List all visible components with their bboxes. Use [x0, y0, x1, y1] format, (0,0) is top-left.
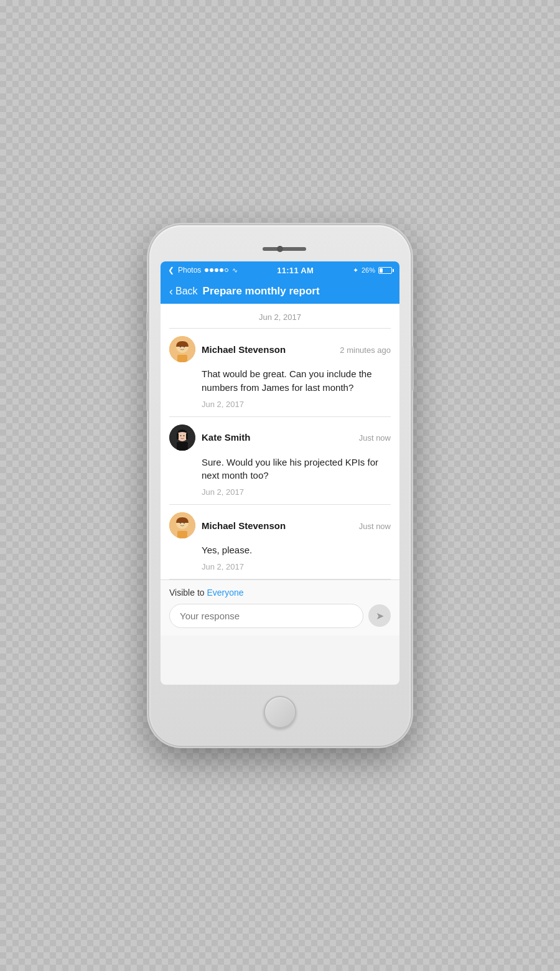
- signal-indicator: [205, 268, 228, 272]
- comment-item-1: Michael Stevenson 2 minutes ago That wou…: [161, 329, 399, 416]
- svg-rect-2: [177, 355, 187, 362]
- commenter-name-3: Michael Stevenson: [202, 520, 286, 531]
- visible-to-text: Visible to Everyone: [169, 588, 391, 598]
- status-right: ✦ 26%: [353, 266, 392, 274]
- send-icon: ➤: [376, 610, 384, 622]
- nav-bar: ‹ Back Prepare monthly report: [161, 279, 399, 304]
- response-input-row: ➤: [169, 604, 391, 628]
- comment-time-2: Just now: [359, 433, 391, 443]
- commenter-name-2: Kate Smith: [202, 432, 250, 443]
- svg-point-15: [180, 522, 181, 523]
- avatar-kate: [169, 425, 195, 451]
- home-button-area: [161, 685, 399, 734]
- comment-item-2: Kate Smith Just now Sure. Would you like…: [161, 417, 399, 505]
- bluetooth-icon: ✦: [353, 266, 358, 274]
- phone-frame: ❮ Photos ∿ 11:11 AM ✦ 26%: [149, 225, 411, 746]
- home-button[interactable]: [264, 696, 296, 728]
- comment-text-1: That would be great. Can you include the…: [202, 367, 391, 395]
- svg-rect-14: [177, 531, 187, 538]
- mute-button[interactable]: [146, 312, 149, 331]
- comment-meta-1: Michael Stevenson 2 minutes ago: [202, 344, 391, 355]
- status-bar: ❮ Photos ∿ 11:11 AM ✦ 26%: [161, 261, 399, 279]
- reply-area: Visible to Everyone ➤: [161, 579, 399, 636]
- svg-point-4: [184, 346, 185, 347]
- comment-body-3: Yes, please. Jun 2, 2017: [169, 543, 391, 571]
- svg-point-10: [180, 434, 181, 436]
- avatar-michael-1: [169, 336, 195, 362]
- commenter-name-1: Michael Stevenson: [202, 344, 286, 355]
- visible-link[interactable]: Everyone: [207, 588, 243, 598]
- earpiece-speaker: [263, 247, 306, 251]
- svg-point-3: [180, 346, 181, 347]
- back-button-label: Back: [175, 286, 198, 297]
- svg-point-16: [184, 522, 185, 523]
- page-title: Prepare monthly report: [203, 285, 391, 298]
- volume-up-button[interactable]: [146, 340, 149, 372]
- send-button[interactable]: ➤: [368, 604, 391, 627]
- comment-date-3: Jun 2, 2017: [202, 562, 391, 571]
- signal-dot-1: [205, 268, 208, 272]
- date-separator-1: Jun 2, 2017: [161, 304, 399, 328]
- comment-time-3: Just now: [359, 522, 391, 531]
- phone-screen: ❮ Photos ∿ 11:11 AM ✦ 26%: [161, 261, 399, 685]
- back-chevron-icon: ❮: [168, 266, 174, 274]
- battery-fill: [380, 268, 383, 273]
- svg-rect-6: [177, 442, 188, 451]
- status-left: ❮ Photos ∿: [168, 266, 238, 274]
- wifi-icon: ∿: [232, 266, 238, 274]
- signal-dot-4: [220, 268, 223, 272]
- comment-header-2: Kate Smith Just now: [169, 425, 391, 451]
- svg-rect-8: [177, 433, 179, 439]
- status-app-name: Photos: [178, 266, 201, 274]
- response-input[interactable]: [169, 604, 363, 628]
- avatar-michael-2: [169, 512, 195, 538]
- comment-text-2: Sure. Would you like his projected KPIs …: [202, 456, 391, 483]
- signal-dot-2: [210, 268, 213, 272]
- comment-header-3: Michael Stevenson Just now: [169, 512, 391, 538]
- comment-time-1: 2 minutes ago: [340, 345, 391, 355]
- comment-body-2: Sure. Would you like his projected KPIs …: [169, 456, 391, 497]
- status-time: 11:11 AM: [277, 266, 314, 275]
- volume-down-button[interactable]: [146, 380, 149, 411]
- front-camera: [277, 246, 283, 252]
- comment-text-3: Yes, please.: [202, 543, 391, 557]
- back-chevron-icon: ‹: [169, 286, 173, 297]
- signal-dot-3: [215, 268, 218, 272]
- comment-date-1: Jun 2, 2017: [202, 400, 391, 409]
- comment-meta-2: Kate Smith Just now: [202, 432, 391, 443]
- comment-body-1: That would be great. Can you include the…: [169, 367, 391, 409]
- battery-percent: 26%: [362, 266, 375, 274]
- back-button[interactable]: ‹ Back: [169, 286, 198, 297]
- svg-point-11: [183, 434, 184, 436]
- comment-item-3: Michael Stevenson Just now Yes, please. …: [161, 505, 399, 579]
- comment-date-2: Jun 2, 2017: [202, 487, 391, 497]
- comments-list: Jun 2, 2017: [161, 304, 399, 636]
- comment-header-1: Michael Stevenson 2 minutes ago: [169, 336, 391, 362]
- phone-top-bar: [161, 237, 399, 261]
- battery-icon: [378, 267, 392, 274]
- power-button[interactable]: [411, 347, 414, 390]
- comment-meta-3: Michael Stevenson Just now: [202, 520, 391, 531]
- svg-rect-9: [186, 433, 188, 439]
- signal-dot-5: [225, 268, 228, 272]
